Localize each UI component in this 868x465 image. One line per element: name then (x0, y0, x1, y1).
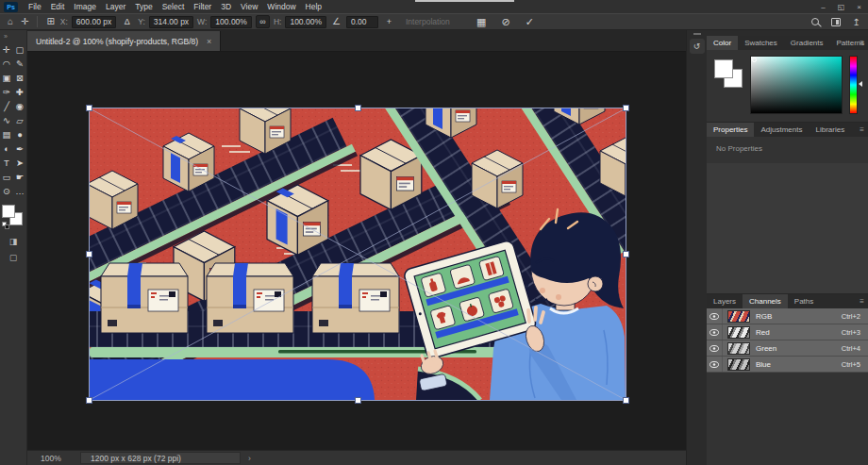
color-foreground-swatch[interactable] (714, 59, 733, 78)
visibility-eye-icon[interactable] (707, 357, 723, 372)
visibility-eye-icon[interactable] (707, 308, 723, 324)
more-options-button[interactable]: + (382, 15, 396, 28)
cancel-transform-icon[interactable]: ⊘ (501, 16, 509, 28)
color-picker-marker[interactable] (752, 58, 757, 62)
tool-dodge[interactable]: ◐ (1, 141, 13, 156)
tool-type[interactable]: T (1, 156, 13, 170)
collapse-dock-icon[interactable] (693, 33, 701, 35)
menu-type[interactable]: Type (130, 2, 157, 11)
share-icon[interactable]: ↥ (853, 17, 860, 27)
tool-path-selection[interactable]: ➤ (14, 156, 26, 170)
reference-point-icon[interactable]: ⊞ (44, 17, 56, 26)
hue-slider[interactable] (849, 56, 858, 114)
x-position-field[interactable]: 600.00 px (72, 16, 116, 28)
screen-mode-icon[interactable]: ▢ (9, 253, 18, 262)
visibility-eye-icon[interactable] (707, 324, 723, 340)
default-colors-icon[interactable] (2, 222, 9, 229)
menu-3d[interactable]: 3D (216, 2, 236, 11)
transform-handle-middle-left[interactable] (86, 251, 92, 257)
menu-edit[interactable]: Edit (46, 2, 70, 11)
width-scale-field[interactable]: 100.00% (210, 16, 252, 28)
color-panel-swatches[interactable] (714, 59, 746, 91)
y-position-field[interactable]: 314.00 px (149, 16, 193, 28)
menu-image[interactable]: Image (69, 2, 101, 11)
tab-gradients[interactable]: Gradients (784, 36, 830, 50)
transform-handle-middle-right[interactable] (623, 251, 629, 257)
tab-layers[interactable]: Layers (707, 294, 743, 308)
hue-slider-arrow[interactable] (859, 81, 862, 87)
status-bar-chevron-icon[interactable]: › (248, 454, 251, 463)
transform-handle-bottom-right[interactable] (623, 397, 629, 404)
document-tab[interactable]: Untitled-2 @ 100% (shopify-products, RGB… (27, 31, 221, 51)
tool-zoom[interactable]: ⊙ (1, 184, 13, 198)
maintain-aspect-ratio-icon[interactable]: ∞ (256, 15, 270, 28)
tool-eraser[interactable]: ▱ (14, 113, 26, 127)
tool-blur[interactable]: ● (14, 127, 26, 141)
tool-quick-selection[interactable]: ✎ (14, 57, 26, 71)
search-icon[interactable] (811, 18, 819, 25)
tab-adjustments[interactable]: Adjustments (754, 123, 809, 137)
tool-rectangle[interactable]: ▭ (1, 170, 13, 184)
toolbar-expand-icon[interactable]: » (4, 33, 8, 40)
tool-hand[interactable]: ☛ (14, 170, 26, 184)
tool-gradient[interactable]: ▤ (1, 127, 13, 141)
quick-mask-icon[interactable]: ◨ (9, 237, 18, 246)
close-button[interactable]: × (850, 3, 868, 11)
color-panel-menu-icon[interactable]: ≡ (860, 39, 864, 47)
home-icon[interactable]: ⌂ (6, 17, 15, 26)
tool-move[interactable]: ✛ (1, 42, 13, 57)
menu-filter[interactable]: Filter (189, 2, 216, 11)
transform-handle-top-left[interactable] (86, 105, 92, 111)
canvas-pasteboard[interactable] (27, 52, 686, 450)
properties-panel-menu-icon[interactable]: ≡ (860, 125, 864, 134)
tab-libraries[interactable]: Libraries (810, 123, 852, 137)
height-scale-field[interactable]: 100.00% (285, 16, 326, 28)
history-panel-icon[interactable]: ↺ (690, 39, 705, 54)
tool-edit-toolbar[interactable]: … (14, 184, 26, 198)
channel-row-red[interactable]: Red Ctrl+3 (707, 324, 868, 340)
menu-window[interactable]: Window (262, 2, 300, 11)
transform-handle-top-center[interactable] (355, 105, 361, 111)
channel-row-blue[interactable]: Blue Ctrl+5 (707, 357, 868, 373)
channels-panel-menu-icon[interactable]: ≡ (860, 297, 864, 306)
menu-help[interactable]: Help (301, 2, 326, 11)
tab-swatches[interactable]: Swatches (738, 36, 784, 50)
tab-channels[interactable]: Channels (743, 294, 788, 308)
tool-pen[interactable]: ✒ (14, 141, 26, 156)
tab-paths[interactable]: Paths (788, 294, 820, 308)
foreground-background-swatches[interactable] (2, 205, 25, 229)
menu-file[interactable]: File (24, 2, 46, 11)
menu-layer[interactable]: Layer (101, 2, 130, 11)
relative-position-toggle[interactable]: Δ (120, 15, 134, 28)
placed-image-transform-target[interactable] (90, 108, 626, 400)
restore-button[interactable]: ◱ (832, 3, 850, 11)
rotation-angle-field[interactable]: 0.00 (346, 16, 378, 28)
foreground-color-swatch[interactable] (2, 205, 15, 218)
tool-spot-healing[interactable]: ✚ (14, 85, 26, 99)
tool-lasso[interactable]: ◠ (1, 57, 13, 71)
tool-frame[interactable]: ⊠ (14, 71, 26, 85)
tab-properties[interactable]: Properties (707, 123, 754, 137)
tool-crop[interactable]: ▣ (1, 71, 13, 85)
tab-color[interactable]: Color (707, 36, 738, 50)
tool-eyedropper[interactable]: ✑ (1, 85, 13, 99)
minimize-button[interactable]: – (814, 3, 832, 11)
visibility-eye-icon[interactable] (707, 340, 723, 356)
photoshop-app-icon[interactable]: Ps (4, 2, 18, 12)
tool-preset-icon[interactable]: ✛ (19, 17, 30, 26)
transform-handle-bottom-left[interactable] (86, 397, 92, 404)
commit-transform-icon[interactable]: ✓ (526, 16, 534, 28)
saturation-brightness-picker[interactable] (750, 56, 843, 114)
tool-brush[interactable]: ╱ (1, 99, 13, 113)
menu-select[interactable]: Select (158, 2, 190, 11)
warp-mode-icon[interactable]: ▦ (476, 16, 486, 28)
tool-marquee[interactable]: ▢ (14, 42, 26, 57)
zoom-level-field[interactable]: 100% (41, 454, 73, 463)
transform-handle-bottom-center[interactable] (355, 397, 361, 404)
tool-clone-stamp[interactable]: ◉ (14, 99, 26, 113)
menu-view[interactable]: View (236, 2, 262, 11)
tool-mixer-brush[interactable]: ∿ (1, 113, 13, 127)
document-tab-close-icon[interactable]: × (207, 37, 211, 46)
channel-row-rgb[interactable]: RGB Ctrl+2 (707, 308, 868, 324)
workspace-switcher-icon[interactable] (831, 18, 841, 26)
